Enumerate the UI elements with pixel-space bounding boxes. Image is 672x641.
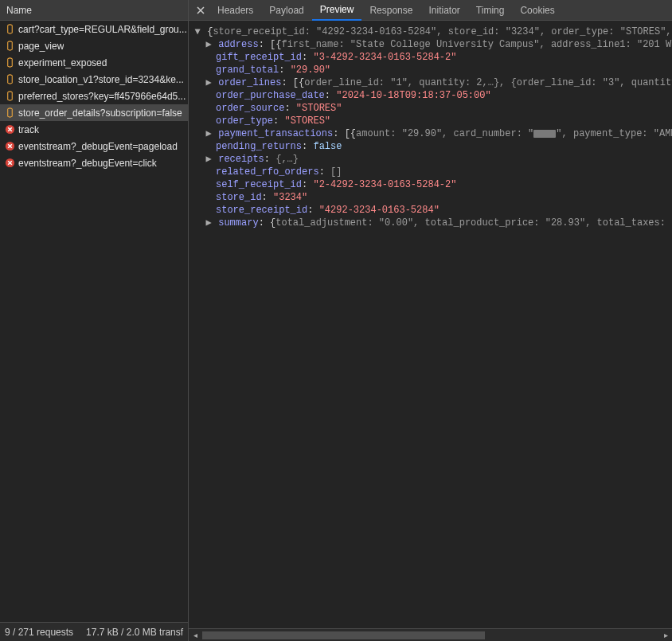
json-value: 4292-3234-0163-5284 bbox=[325, 205, 434, 216]
brackets-icon bbox=[5, 57, 15, 68]
json-key: order_lines bbox=[218, 77, 281, 88]
tab-cookies[interactable]: Cookies bbox=[512, 0, 562, 21]
tab-initiator[interactable]: Initiator bbox=[420, 0, 467, 21]
json-key: related_rfo_orders bbox=[216, 166, 319, 178]
json-key: card_number bbox=[454, 128, 517, 139]
json-key: total_product_price bbox=[424, 217, 533, 229]
tab-label: Preview bbox=[320, 4, 354, 15]
request-row[interactable]: eventstream?_debugEvent=pageload bbox=[0, 138, 188, 154]
close-icon[interactable] bbox=[192, 0, 209, 21]
error-icon bbox=[5, 141, 15, 151]
tab-headers[interactable]: Headers bbox=[209, 0, 261, 21]
json-value: 3234 bbox=[511, 26, 534, 37]
tab-preview[interactable]: Preview bbox=[312, 0, 362, 21]
disclosure-right-icon[interactable]: ▶ bbox=[205, 127, 213, 140]
request-name: cart?cart_type=REGULAR&field_grou... bbox=[18, 24, 187, 35]
json-value: 29.90 bbox=[296, 64, 325, 76]
tab-payload[interactable]: Payload bbox=[261, 0, 311, 21]
request-row[interactable]: eventstream?_debugEvent=click bbox=[0, 154, 188, 171]
json-value: 28.93 bbox=[551, 217, 580, 229]
json-value: 29.90 bbox=[408, 128, 436, 139]
redacted-value bbox=[533, 130, 556, 138]
tab-timing[interactable]: Timing bbox=[468, 0, 513, 21]
json-tree[interactable]: ▼ {store_receipt_id: "4292-3234-0163-528… bbox=[189, 21, 672, 234]
disclosure-right-icon[interactable]: ▶ bbox=[205, 76, 213, 89]
request-row[interactable]: preferred_stores?key=ff457966e64d5... bbox=[0, 88, 188, 104]
request-row[interactable]: experiment_exposed bbox=[0, 54, 188, 71]
tab-label: Initiator bbox=[428, 5, 459, 16]
disclosure-right-icon[interactable]: ▶ bbox=[205, 38, 213, 51]
json-value: false bbox=[313, 141, 342, 152]
brackets-icon bbox=[5, 91, 15, 101]
request-detail-panel: Headers Payload Preview Response Initiat… bbox=[189, 0, 672, 641]
scrollbar-track[interactable] bbox=[202, 631, 658, 640]
detail-tabbar: Headers Payload Preview Response Initiat… bbox=[189, 0, 672, 21]
request-list: cart?cart_type=REGULAR&field_grou...page… bbox=[0, 21, 188, 622]
json-key: payment_transactions bbox=[218, 128, 333, 139]
request-name: page_view bbox=[18, 41, 64, 52]
json-value: 4292-3234-0163-5284 bbox=[322, 26, 431, 37]
request-name: eventstream?_debugEvent=click bbox=[18, 158, 157, 169]
column-header-name[interactable]: Name bbox=[0, 0, 188, 21]
json-key: total_taxes bbox=[597, 217, 660, 229]
json-value: [] bbox=[330, 166, 342, 178]
json-value: 2024-10-18T09:18:37-05:00 bbox=[342, 90, 485, 101]
json-value: AMERICANEX bbox=[659, 128, 672, 139]
brackets-icon bbox=[5, 74, 15, 84]
disclosure-down-icon[interactable]: ▼ bbox=[193, 25, 201, 38]
json-key: order_line_id bbox=[304, 77, 379, 88]
scrollbar-thumb[interactable] bbox=[202, 631, 485, 639]
error-icon bbox=[5, 158, 15, 168]
json-key: self_receipt_id bbox=[216, 179, 302, 190]
horizontal-scrollbar[interactable]: ◂ ▸ bbox=[189, 628, 672, 641]
request-name: store_order_details?subscription=false bbox=[18, 107, 182, 119]
json-key: store_receipt_id bbox=[216, 205, 307, 216]
tab-label: Response bbox=[369, 5, 412, 16]
brackets-icon bbox=[5, 41, 15, 51]
brackets-icon bbox=[5, 24, 15, 34]
json-value: 2 bbox=[476, 77, 482, 88]
json-key: order_type bbox=[551, 26, 608, 37]
json-key: gift_receipt_id bbox=[216, 52, 302, 63]
network-request-panel: Name cart?cart_type=REGULAR&field_grou..… bbox=[0, 0, 189, 641]
json-key: quantity bbox=[419, 77, 465, 88]
json-value: 3-4292-3234-0163-5284-2 bbox=[319, 52, 451, 63]
brackets-icon bbox=[5, 107, 15, 118]
json-key: amount bbox=[356, 128, 390, 139]
scroll-left-icon[interactable]: ◂ bbox=[189, 629, 201, 642]
preview-body: ▼ {store_receipt_id: "4292-3234-0163-528… bbox=[189, 21, 672, 628]
request-name: store_location_v1?store_id=3234&ke... bbox=[18, 74, 184, 85]
tab-label: Timing bbox=[476, 5, 505, 16]
json-key: summary bbox=[218, 217, 258, 229]
json-value: State College University Campus bbox=[356, 39, 533, 50]
disclosure-right-icon[interactable]: ▶ bbox=[205, 153, 213, 166]
request-name: preferred_stores?key=ff457966e64d5... bbox=[18, 91, 186, 102]
json-value: STORES bbox=[626, 26, 660, 37]
json-value: 3234 bbox=[279, 192, 302, 203]
json-key: address bbox=[218, 39, 258, 50]
request-row[interactable]: cart?cart_type=REGULAR&field_grou... bbox=[0, 21, 188, 37]
footer-transfer: 17.7 kB / 2.0 MB transf bbox=[86, 627, 183, 638]
json-key: payment_type bbox=[573, 128, 642, 139]
json-key: store_id bbox=[216, 192, 262, 203]
json-value: 201 W Beaver bbox=[643, 39, 672, 50]
json-key: order_line_id bbox=[517, 77, 592, 88]
json-key: pending_returns bbox=[216, 141, 302, 152]
request-row[interactable]: track bbox=[0, 121, 188, 138]
json-key: order_source bbox=[216, 103, 284, 114]
footer-requests: 9 / 271 requests bbox=[5, 627, 73, 638]
request-name: eventstream?_debugEvent=pageload bbox=[18, 141, 178, 152]
request-row[interactable]: store_order_details?subscription=false bbox=[0, 104, 188, 121]
json-key: total_adjustment bbox=[275, 217, 367, 229]
request-row[interactable]: store_location_v1?store_id=3234&ke... bbox=[0, 71, 188, 88]
tab-label: Cookies bbox=[520, 5, 554, 16]
json-key: quantity bbox=[631, 77, 672, 88]
network-footer: 9 / 271 requests 17.7 kB / 2.0 MB transf bbox=[0, 622, 188, 641]
json-key: grand_total bbox=[216, 64, 279, 76]
json-value: {,…} bbox=[275, 154, 299, 165]
scroll-right-icon[interactable]: ▸ bbox=[659, 629, 672, 642]
json-key: store_id bbox=[448, 26, 494, 37]
request-row[interactable]: page_view bbox=[0, 37, 188, 54]
disclosure-right-icon[interactable]: ▶ bbox=[205, 217, 213, 229]
tab-response[interactable]: Response bbox=[361, 0, 420, 21]
